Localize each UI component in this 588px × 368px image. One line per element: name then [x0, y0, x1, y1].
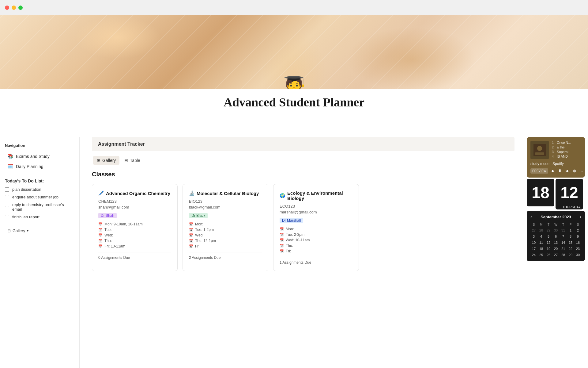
sidebar-item-daily-label: Daily Planning: [16, 164, 43, 169]
calendar-day[interactable]: 26: [545, 252, 552, 258]
track-2: 2 E the: [552, 145, 581, 149]
bio-icon: 🔬: [189, 190, 195, 196]
cal-icon: 📅: [98, 244, 103, 248]
calendar-day[interactable]: 7: [560, 234, 567, 239]
page-icon: 🧑‍🎓: [282, 75, 306, 89]
calendar-day[interactable]: 29: [567, 252, 574, 258]
calendar-day[interactable]: 4: [538, 234, 545, 239]
calendar-day[interactable]: 1: [567, 228, 574, 233]
sidebar-nav-title: Navigation: [5, 143, 74, 148]
cal-icon: 📅: [280, 249, 284, 253]
gallery-chevron-icon: ▾: [27, 229, 28, 232]
calendar-day[interactable]: 22: [567, 246, 574, 251]
sched-bio-fri: 📅 Fri:: [189, 244, 262, 248]
calendar-day[interactable]: 30: [552, 228, 559, 233]
spotify-more-button[interactable]: ···: [579, 168, 584, 174]
calendar-day[interactable]: 5: [545, 234, 552, 239]
calendar-day[interactable]: 2: [575, 228, 581, 233]
calendar-day[interactable]: 6: [552, 234, 559, 239]
calendar-day[interactable]: 24: [530, 252, 537, 258]
exams-icon: 📚: [7, 153, 13, 159]
sched-bio-thu: 📅 Thu: 12-1pm: [189, 239, 262, 243]
maximize-button[interactable]: [18, 6, 23, 10]
calendar-day[interactable]: 3: [530, 234, 537, 239]
todo-checkbox-4[interactable]: [5, 215, 9, 219]
calendar-day[interactable]: 9: [575, 234, 581, 239]
calendar-day[interactable]: 8: [567, 234, 574, 239]
card-chem-code: CHEM123: [98, 199, 171, 204]
sidebar-gallery[interactable]: ⊞ Gallery ▾: [5, 227, 74, 235]
spotify-label: study mode · Spotify: [530, 162, 581, 166]
minimize-button[interactable]: [12, 6, 16, 10]
card-eco-code: ECO123: [280, 204, 352, 209]
calendar-day[interactable]: 23: [575, 246, 581, 251]
card-bio-title: 🔬 Molecular & Cellular Biology: [189, 190, 262, 196]
svg-point-1: [537, 146, 542, 151]
calendar-day[interactable]: 29: [545, 228, 552, 233]
calendar-day[interactable]: 17: [530, 246, 537, 251]
calendar-day[interactable]: 27: [530, 228, 537, 233]
close-button[interactable]: [5, 6, 9, 10]
todo-text-4: finish lab report: [12, 215, 40, 219]
todo-text-3: reply to chemistry professor's email: [12, 202, 74, 212]
calendar-day[interactable]: 21: [560, 246, 567, 251]
cal-icon: 📅: [189, 239, 193, 243]
cal-icon: 📅: [98, 222, 103, 226]
cal-icon: 📅: [280, 227, 284, 231]
calendar-day[interactable]: 13: [552, 240, 559, 245]
calendar-day[interactable]: 20: [552, 246, 559, 251]
sched-chem-fri: 📅 Fri: 10-11am: [98, 244, 171, 248]
todo-checkbox-2[interactable]: [5, 195, 9, 199]
table-tab-label: Table: [130, 158, 140, 163]
calendar-day[interactable]: 15: [567, 240, 574, 245]
spotify-play-button[interactable]: ⏸: [557, 168, 563, 174]
content-area: Assignment Tracker ⊞ Gallery ⊟ Table Cla…: [80, 137, 527, 368]
spotify-controls: PREVIEW ⏮ ⏸ ⏭ ⊕ ···: [530, 168, 581, 174]
calendar-day[interactable]: 16: [575, 240, 581, 245]
calendar-prev-button[interactable]: ‹: [530, 214, 532, 219]
sidebar-item-exams[interactable]: 📚 Exams and Study: [5, 151, 74, 161]
spotify-prev-button[interactable]: ⏮: [550, 168, 556, 174]
calendar-day[interactable]: 10: [530, 240, 537, 245]
sched-chem-wed: 📅 Wed:: [98, 233, 171, 237]
titlebar: [0, 0, 588, 15]
calendar-day[interactable]: 25: [538, 252, 545, 258]
calendar-day[interactable]: 27: [552, 252, 559, 258]
sched-eco-mon: 📅 Mon:: [280, 227, 352, 231]
card-eco-email: marshall@gmail.com: [280, 210, 352, 214]
spotify-add-button[interactable]: ⊕: [572, 168, 577, 174]
card-eco-badge: Dr Marshall: [280, 218, 303, 223]
hero-banner: 🧑‍🎓: [0, 15, 588, 89]
calendar-day[interactable]: 11: [538, 240, 545, 245]
cal-day-header: S: [575, 222, 581, 227]
todo-checkbox-3[interactable]: [5, 203, 9, 207]
spotify-tracks: 1 Once N... 2 E the 3 Superbl 4 IS AND: [552, 141, 581, 159]
tab-gallery[interactable]: ⊞ Gallery: [93, 156, 119, 165]
sidebar-item-daily[interactable]: 🗓️ Daily Planning: [5, 162, 74, 171]
spotify-next-button[interactable]: ⏭: [565, 168, 570, 174]
view-tabs: ⊞ Gallery ⊟ Table: [92, 156, 514, 165]
todo-checkbox-1[interactable]: [5, 187, 9, 192]
cards-grid: 🖊️ Advanced Organic Chemistry CHEM123 sh…: [92, 184, 514, 271]
calendar-day[interactable]: 28: [538, 228, 545, 233]
card-chem-title: 🖊️ Advanced Organic Chemistry: [98, 190, 171, 196]
calendar-day[interactable]: 28: [560, 252, 567, 258]
calendar-day[interactable]: 19: [545, 246, 552, 251]
card-bio-footer: 2 Assignments Due: [189, 252, 262, 260]
card-bio-email: black@gmail.com: [189, 205, 262, 209]
eco-icon: 🌍: [280, 193, 285, 198]
calendar-day[interactable]: 18: [538, 246, 545, 251]
spotify-thumbnail: [530, 141, 549, 159]
cal-day-header: F: [567, 222, 574, 227]
calendar-day[interactable]: 14: [560, 240, 567, 245]
tab-table[interactable]: ⊟ Table: [121, 156, 144, 165]
calendar-day[interactable]: 31: [560, 228, 567, 233]
cal-icon: 📅: [280, 238, 284, 242]
section-header: Assignment Tracker: [92, 137, 514, 151]
calendar-widget: ‹ September 2023 › SMTWTFS27282930311234…: [527, 211, 585, 261]
calendar-next-button[interactable]: ›: [580, 214, 581, 219]
spotify-preview-button[interactable]: PREVIEW: [530, 168, 548, 174]
calendar-day[interactable]: 12: [545, 240, 552, 245]
sched-eco-wed: 📅 Wed: 10-11am: [280, 238, 352, 242]
calendar-day[interactable]: 30: [575, 252, 581, 258]
